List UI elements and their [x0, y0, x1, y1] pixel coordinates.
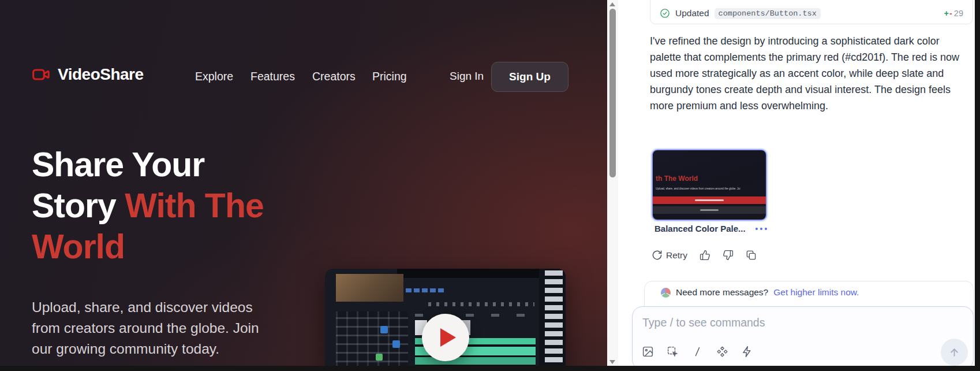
updated-file-chip: components/Button.tsx — [715, 8, 821, 19]
brand-name: VideoShare — [58, 65, 144, 84]
diff-count: 29 — [954, 9, 963, 18]
file-update-row: Updated components/Button.tsx +-29 — [660, 6, 963, 20]
limits-upgrade-link[interactable]: Get higher limits now. — [773, 287, 859, 298]
scrollbar-thumb[interactable] — [609, 9, 616, 177]
slash-icon — [691, 346, 704, 358]
file-update-card[interactable]: Updated components/Button.tsx +-29 — [650, 0, 973, 24]
chat-pane: Updated components/Button.tsx +-29 I've … — [618, 0, 975, 371]
editor-file-list — [539, 269, 566, 371]
editor-accent-square — [376, 354, 383, 361]
play-icon — [440, 328, 456, 347]
nav-creators[interactable]: Creators — [312, 70, 356, 83]
play-button[interactable] — [422, 314, 469, 361]
retry-label: Retry — [666, 250, 687, 261]
nav-pricing[interactable]: Pricing — [372, 70, 407, 83]
image-icon — [642, 346, 654, 358]
window-edge-right — [975, 0, 980, 371]
editor-timeline-ruler — [415, 314, 536, 317]
nav-features[interactable]: Features — [250, 70, 295, 83]
thumbnail-red-button — [653, 196, 766, 204]
preview-scrollbar[interactable] — [607, 0, 618, 371]
retry-button[interactable]: Retry — [650, 248, 689, 262]
thumbs-up-button[interactable] — [698, 248, 712, 262]
editor-toolbar — [428, 302, 534, 306]
slash-command-button[interactable] — [691, 344, 704, 359]
thumbs-down-icon — [723, 250, 734, 261]
limits-text: Need more messages? — [676, 287, 768, 298]
editor-timecode — [406, 288, 444, 292]
check-circle-icon — [660, 8, 670, 18]
send-button[interactable] — [941, 339, 968, 366]
thumbnail-dark-button — [653, 206, 766, 214]
hero-subtitle: Upload, share, and discover videos from … — [32, 297, 274, 359]
message-actions: Retry — [650, 248, 758, 262]
nav-explore[interactable]: Explore — [195, 70, 233, 83]
video-camera-icon — [30, 65, 52, 84]
thumbnail-text-line: Upload, share, and discover videos from … — [656, 187, 740, 191]
quick-actions-button[interactable] — [740, 344, 754, 359]
artifact-title[interactable]: Balanced Color Pale... — [654, 224, 746, 233]
diff-additions: + — [944, 9, 949, 18]
editor-topbar — [397, 269, 539, 278]
composer-tools — [641, 344, 754, 359]
artifact-thumbnail[interactable]: th The World Upload, share, and discover… — [652, 149, 767, 221]
editor-accent-square — [392, 340, 400, 348]
select-area-icon — [667, 346, 679, 358]
hero-title: Share Your Story With The World — [32, 144, 274, 268]
video-editor-image — [325, 269, 566, 371]
brand[interactable]: VideoShare — [30, 65, 144, 84]
zap-icon — [741, 346, 753, 358]
editor-accent-square — [380, 326, 388, 333]
message-input[interactable] — [642, 316, 933, 329]
copy-button[interactable] — [745, 248, 758, 262]
update-status-label: Updated — [675, 8, 709, 18]
assistant-message: I've refined the design by introducing a… — [650, 33, 960, 114]
attach-image-button[interactable] — [641, 344, 654, 359]
composer[interactable] — [632, 306, 974, 370]
scroll-down-arrow-icon[interactable] — [609, 360, 615, 364]
editor-preview-thumb — [336, 274, 403, 302]
window-edge-bottom — [0, 366, 980, 371]
arrow-up-icon — [948, 346, 960, 358]
sign-up-button[interactable]: Sign Up — [491, 62, 568, 92]
site-preview-pane: VideoShare Explore Features Creators Pri… — [0, 0, 608, 371]
diff-stats: +-29 — [944, 9, 963, 18]
ellipsis-menu-icon[interactable] — [754, 225, 768, 232]
copy-icon — [746, 250, 757, 261]
artifact-meta: Balanced Color Pale... — [654, 224, 768, 233]
select-element-button[interactable] — [666, 344, 679, 359]
thumbs-down-button[interactable] — [721, 248, 735, 262]
usage-pie-icon — [661, 288, 671, 298]
integrations-button[interactable] — [716, 344, 729, 359]
thumbnail-heading: th The World — [656, 175, 698, 183]
thumbs-up-icon — [700, 250, 710, 261]
diamond-cluster-icon — [716, 346, 728, 358]
app-window: VideoShare Explore Features Creators Pri… — [0, 0, 980, 371]
sign-in-link[interactable]: Sign In — [450, 70, 484, 83]
diff-deletions: - — [949, 9, 952, 18]
scroll-up-arrow-icon[interactable] — [609, 2, 615, 6]
retry-icon — [652, 250, 663, 261]
